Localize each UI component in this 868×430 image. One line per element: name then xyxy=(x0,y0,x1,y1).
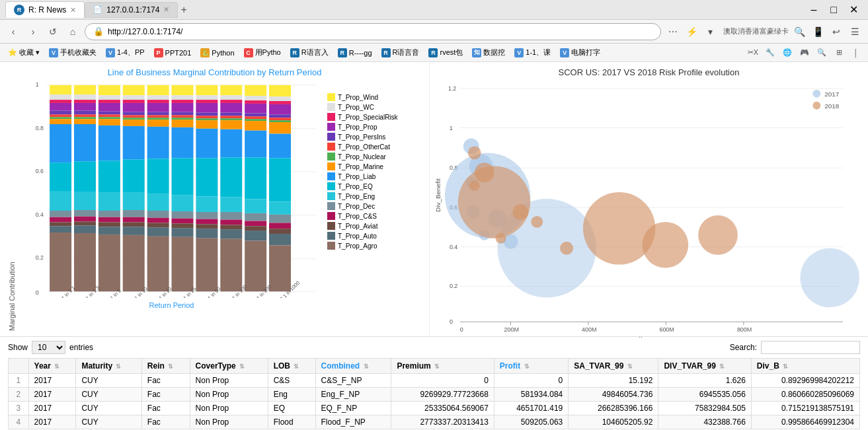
svg-rect-65 xyxy=(123,115,145,118)
svg-rect-168 xyxy=(269,223,291,229)
back-button[interactable]: ‹ xyxy=(5,24,21,40)
col-header-combined[interactable]: Combined ⇅ xyxy=(315,359,391,374)
legend-color xyxy=(327,202,335,210)
legend-item: T_Prop_Nuclear xyxy=(327,153,421,161)
menu-button[interactable]: ☰ xyxy=(847,24,863,40)
active-tab[interactable]: R R: R News ✕ xyxy=(5,1,85,18)
dropdown-button[interactable]: ▾ xyxy=(702,24,718,40)
bookmark-r-gg[interactable]: R R----gg xyxy=(334,47,376,59)
svg-point-225 xyxy=(512,204,528,220)
minimize-button[interactable]: – xyxy=(805,1,823,18)
svg-rect-141 xyxy=(245,96,266,100)
bookmark-data-mining[interactable]: 知 数据挖 xyxy=(468,46,509,59)
maximize-button[interactable]: □ xyxy=(824,1,843,18)
share-button[interactable]: ⋯ xyxy=(665,24,681,40)
svg-rect-109 xyxy=(196,95,217,100)
inactive-tab-close[interactable]: ✕ xyxy=(163,5,169,14)
url-bar[interactable]: 🔒 xyxy=(85,23,661,40)
svg-rect-119 xyxy=(196,212,217,219)
entries-select[interactable]: 10 25 50 100 xyxy=(32,341,65,354)
svg-rect-52 xyxy=(99,125,120,161)
search-addon-button[interactable]: 🔍 xyxy=(814,45,830,61)
svg-text:0.4: 0.4 xyxy=(36,211,44,218)
lightning-button[interactable]: ⚡ xyxy=(684,24,699,40)
svg-text:0: 0 xyxy=(36,289,39,296)
bookmark-label: 数据挖 xyxy=(483,48,505,57)
url-input[interactable] xyxy=(108,27,652,36)
bookmark-label: R语言入 xyxy=(301,48,329,57)
bookmark-ppt[interactable]: P PPT201 xyxy=(150,47,196,59)
bookmark-favorites[interactable]: ⭐ 收藏 ▾ xyxy=(4,46,44,59)
legend-label: T_Prop_Auto xyxy=(338,233,377,240)
bookmark-python[interactable]: 🐍 Python xyxy=(196,47,238,59)
svg-rect-20 xyxy=(50,124,71,162)
svg-rect-144 xyxy=(245,113,266,116)
svg-rect-120 xyxy=(196,219,217,225)
close-button[interactable]: ✕ xyxy=(844,1,863,18)
bookmark-pytho[interactable]: C 用Pytho xyxy=(240,46,285,59)
svg-rect-60 xyxy=(123,85,145,96)
addon-button2[interactable]: 🌐 xyxy=(779,45,795,61)
cell-sa-tvar: 104605205.92 xyxy=(569,415,658,429)
forward-button[interactable]: › xyxy=(25,24,41,40)
legend-color xyxy=(327,162,335,170)
svg-text:0: 0 xyxy=(460,326,463,333)
table-section: Show 10 25 50 100 entries Search: Year ⇅ xyxy=(0,337,868,430)
legend-color xyxy=(327,212,335,220)
col-header-div-tvar[interactable]: DIV_TVAR_99 ⇅ xyxy=(658,359,751,374)
arrow-left-button[interactable]: ↩ xyxy=(828,24,844,40)
tools-button[interactable]: ✂X xyxy=(745,45,761,61)
svg-rect-31 xyxy=(74,103,96,111)
svg-rect-28 xyxy=(74,85,96,95)
new-tab-button[interactable]: + xyxy=(180,4,186,16)
col-header-year[interactable]: Year ⇅ xyxy=(28,359,76,374)
legend-item: T_Prop_Eng xyxy=(327,192,421,200)
bookmark-rvest[interactable]: R rvest包 xyxy=(424,46,467,59)
legend-label: T_Prop_PersIns xyxy=(338,133,385,141)
svg-rect-130 xyxy=(220,118,242,120)
bookmark-mobile[interactable]: V 手机收藏夹 xyxy=(45,46,100,59)
svg-rect-158 xyxy=(269,101,291,104)
col-header-maturity[interactable]: Maturity ⇅ xyxy=(76,359,141,374)
search-button[interactable]: 🔍 xyxy=(791,24,807,40)
y-axis-label: Marginal Contribution xyxy=(5,80,19,331)
col-header-div-b[interactable]: Div_B ⇅ xyxy=(751,359,859,374)
cell-combined: Flood_F_NP xyxy=(315,415,391,429)
table-row: 1 2017 CUY Fac Non Prop C&S C&S_F_NP 0 0… xyxy=(9,374,860,388)
tab-close-button[interactable]: ✕ xyxy=(70,6,76,15)
col-header-sa-tvar[interactable]: SA_TVAR_99 ⇅ xyxy=(569,359,658,374)
scrollbar-right[interactable]: │ xyxy=(848,45,864,61)
bookmark-typing[interactable]: V 电脑打字 xyxy=(556,46,604,59)
legend-color xyxy=(327,153,335,161)
svg-rect-95 xyxy=(172,103,194,112)
bookmark-pp[interactable]: V 1-4、PP xyxy=(102,46,149,59)
addon-button1[interactable]: 🔧 xyxy=(762,45,778,61)
addon-button3[interactable]: 🎮 xyxy=(797,45,812,61)
bookmark-r-lang[interactable]: R R语言入 xyxy=(286,46,333,59)
col-header-rein[interactable]: Rein ⇅ xyxy=(141,359,190,374)
col-header-premium[interactable]: Premium ⇅ xyxy=(391,359,494,374)
legend-label: T_Prop_EQ xyxy=(338,183,373,190)
col-header-lob[interactable]: LOB ⇅ xyxy=(268,359,315,374)
col-header-covertype[interactable]: CoverType ⇅ xyxy=(190,359,268,374)
svg-rect-43 xyxy=(74,233,96,291)
legend-label: T_Prop_Aviat xyxy=(338,223,377,230)
home-button[interactable]: ⌂ xyxy=(65,24,81,40)
svg-rect-47 xyxy=(99,103,120,112)
grid-button[interactable]: ⊞ xyxy=(831,45,847,61)
svg-rect-97 xyxy=(172,115,194,118)
legend-label: T_Prop_OtherCat xyxy=(338,143,390,151)
bookmark-icon: R xyxy=(290,48,299,57)
bookmark-r-audio[interactable]: R R语言音 xyxy=(377,46,424,59)
search-input[interactable] xyxy=(761,341,860,354)
svg-rect-147 xyxy=(245,121,266,131)
svg-point-230 xyxy=(496,233,506,244)
legend-item: T_Prop_OtherCat xyxy=(327,143,421,151)
mobile-button[interactable]: 📱 xyxy=(810,24,826,40)
inactive-tab[interactable]: 📄 127.0.0.1:7174 ✕ xyxy=(85,2,178,18)
svg-rect-62 xyxy=(123,100,145,103)
svg-rect-44 xyxy=(99,85,120,96)
bookmark-course[interactable]: V 1-1、课 xyxy=(510,46,555,59)
refresh-button[interactable]: ↺ xyxy=(45,24,61,40)
col-header-profit[interactable]: Profit ⇅ xyxy=(494,359,568,374)
